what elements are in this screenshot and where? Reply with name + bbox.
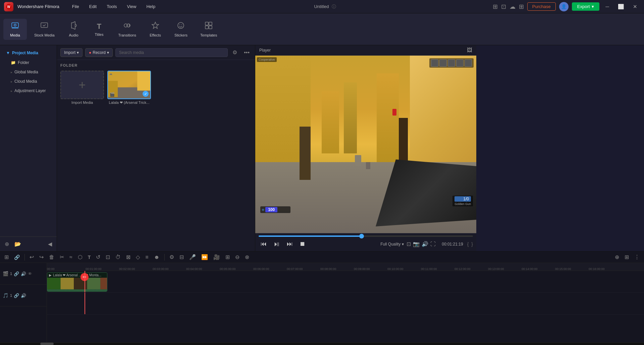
player-fullscreen-btn[interactable]: ⛶: [430, 241, 436, 247]
sidebar-item-global-media[interactable]: ▸ Global Media: [3, 67, 54, 77]
quality-chevron-icon: ▾: [402, 242, 404, 247]
track-mute-button[interactable]: 🔊: [21, 271, 26, 276]
menu-tools[interactable]: Tools: [105, 3, 119, 10]
play-pause-button[interactable]: ⏯: [271, 239, 282, 249]
more-options-button[interactable]: •••: [242, 48, 252, 57]
title-bar-right: ⊞ ⊡ ☁ ⊞ Purchase 👤 Export ▾ ─ ⬜ ✕: [493, 2, 640, 11]
tool-media[interactable]: Media: [3, 19, 27, 40]
health-value: 100: [268, 207, 275, 212]
tool-audio[interactable]: Audio: [62, 19, 86, 40]
redo-button[interactable]: ↪: [38, 253, 45, 261]
menu-view[interactable]: View: [125, 3, 138, 10]
sidebar-item-adjustment-layer[interactable]: ▸ Adjustment Layer: [3, 86, 54, 95]
more-button[interactable]: ⋮: [633, 253, 641, 261]
frame-forward-button[interactable]: ⏭: [285, 239, 295, 249]
player-screen-btn[interactable]: ⊡: [407, 241, 411, 247]
maximize-button[interactable]: ⬜: [615, 2, 627, 11]
search-input[interactable]: [115, 48, 228, 57]
transform-button[interactable]: ⊡: [104, 253, 112, 261]
user-avatar[interactable]: 👤: [559, 2, 569, 11]
ruler-mark-1: 00:01:00:00: [86, 267, 102, 271]
sidebar-project-media[interactable]: ▼ Project Media: [3, 48, 54, 58]
timeline-content: 00:00 00:01:00:00 00:02:00:00 00:03:00:0…: [47, 263, 644, 342]
player-progress-thumb[interactable]: [359, 234, 364, 238]
video-media-item[interactable]: 🎮 ✓ 🎬 Lalala ❤ (Arsenal Trick...: [107, 71, 151, 105]
player-screenshot-button[interactable]: 🖼: [467, 47, 472, 53]
timeline-grid-button[interactable]: ⊞: [3, 253, 10, 261]
export-button[interactable]: Export ▾: [572, 2, 600, 11]
tool-transitions[interactable]: Transitions: [113, 19, 142, 40]
import-button[interactable]: Import ▾: [60, 48, 83, 57]
ruler-mark-12: 00:12:00:00: [454, 267, 471, 271]
multi-cam-button[interactable]: 🎥: [212, 253, 222, 261]
player-quality-selector: Full Quality ▾: [380, 242, 404, 247]
menu-edit[interactable]: Edit: [87, 3, 99, 10]
purchase-button[interactable]: Purchase: [527, 2, 556, 11]
player-control-buttons: ⏮ ⏯ ⏭ ⏹ Full Quality ▾ ⊡ 📷 🔊 ⛶ 00:01:21:…: [259, 239, 473, 249]
sidebar-item-folder[interactable]: 📁 Folder: [3, 58, 54, 67]
layout-icon-1[interactable]: ⊞: [493, 3, 498, 10]
main-content: ▼ Project Media 📁 Folder ▸ Global Media …: [0, 45, 644, 251]
sidebar-item-cloud-media[interactable]: ▸ Cloud Media: [3, 77, 54, 86]
rotate-button[interactable]: ↺: [94, 253, 102, 261]
speed-button[interactable]: ⏩: [200, 253, 210, 261]
sidebar-collapse-button[interactable]: ◀: [47, 239, 53, 249]
minimize-button[interactable]: ─: [603, 2, 612, 11]
view-mode-button[interactable]: ⊞: [623, 253, 631, 261]
tool-effects[interactable]: Effects: [144, 19, 167, 40]
mask-button[interactable]: ◇: [134, 253, 142, 261]
grid-icon[interactable]: ⊞: [519, 3, 524, 10]
split-button[interactable]: ⊗: [243, 253, 251, 261]
undo-button[interactable]: ↩: [28, 253, 36, 261]
stop-button[interactable]: ⏹: [298, 239, 308, 249]
timeline-scroll-thumb[interactable]: [40, 343, 54, 345]
audio-link-button[interactable]: 🔗: [14, 293, 19, 298]
ruler-mark-9: 00:09:00:00: [354, 267, 370, 271]
timeline-add-track-button[interactable]: 🔗: [12, 254, 21, 261]
game-character: [392, 109, 396, 116]
text-button[interactable]: T: [86, 254, 93, 261]
timeline-video-clip[interactable]: ▶ Lalala ❤ Arsenal ...Shot Monta...: [47, 272, 107, 292]
timeline-scrollbar[interactable]: [0, 342, 644, 345]
record-button[interactable]: ● Record ▾: [85, 48, 113, 57]
sidebar-folder-button[interactable]: 📂: [13, 239, 22, 249]
frame-back-button[interactable]: ⏮: [259, 239, 269, 249]
svg-rect-5: [41, 23, 48, 27]
layout-icon-2[interactable]: ⊡: [501, 3, 506, 10]
zoom-out-button[interactable]: ⊖: [233, 253, 241, 261]
crop-button[interactable]: ⊠: [124, 253, 132, 261]
magnet-button[interactable]: ⬡: [76, 253, 84, 261]
tool-stickers[interactable]: Stickers: [169, 19, 193, 40]
menu-help[interactable]: Help: [144, 3, 157, 10]
player-progress-bar[interactable]: [259, 235, 473, 237]
zoom-in-button[interactable]: ⊕: [613, 253, 621, 261]
tool-titles[interactable]: T Titles: [88, 19, 111, 39]
track-visible-button[interactable]: 👁: [28, 271, 32, 276]
marker-button[interactable]: ⊟: [178, 253, 185, 261]
delete-button[interactable]: 🗑: [47, 253, 56, 261]
svg-rect-13: [209, 22, 212, 25]
cloud-icon[interactable]: ☁: [509, 3, 516, 10]
audio-record-button[interactable]: 🎤: [187, 253, 198, 261]
tool-stock-media[interactable]: Stock Media: [29, 19, 60, 40]
sidebar-add-button[interactable]: ⊕: [3, 239, 10, 249]
player-snapshot-btn[interactable]: 📷: [413, 241, 420, 247]
color-button[interactable]: ☻: [152, 253, 161, 261]
settings-button[interactable]: ⚙: [168, 253, 176, 261]
player-volume-btn[interactable]: 🔊: [422, 241, 428, 247]
tool-templates[interactable]: Templates: [195, 19, 222, 40]
menu-file[interactable]: File: [70, 3, 81, 10]
close-button[interactable]: ✕: [630, 2, 640, 11]
timeline-separator-2: [164, 254, 165, 261]
timer-button[interactable]: ⏱: [114, 253, 122, 261]
folder-icon: 📁: [11, 60, 16, 65]
audio-mute-button[interactable]: 🔊: [21, 293, 26, 298]
track-link-button[interactable]: 🔗: [14, 271, 19, 276]
ruler-mark-5: 00:05:00:00: [220, 267, 236, 271]
adjust-button[interactable]: ≡: [144, 253, 150, 261]
ripple-button[interactable]: ≈: [68, 253, 74, 261]
filter-button[interactable]: ⚙: [230, 48, 239, 57]
import-media-item[interactable]: + Import Media: [60, 71, 104, 105]
cut-tool-button[interactable]: ✂: [58, 253, 66, 261]
subtitle-button[interactable]: ⊞: [224, 253, 231, 261]
